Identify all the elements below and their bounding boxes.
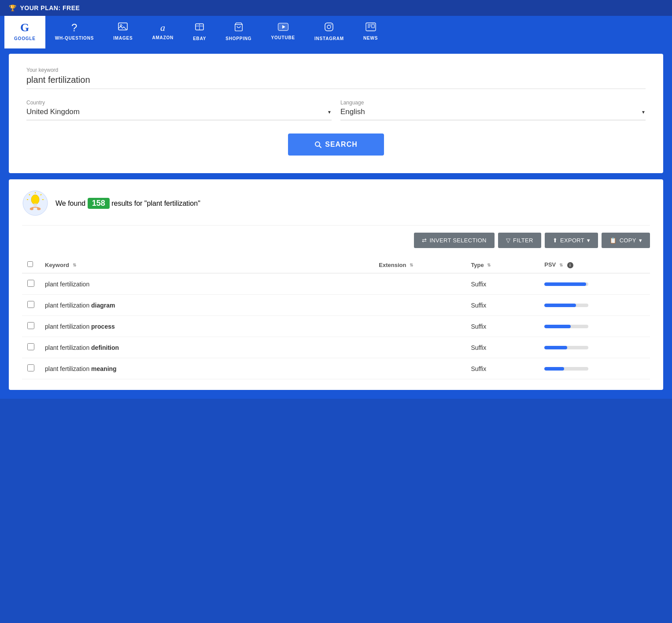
search-button-wrap: SEARCH bbox=[26, 134, 646, 156]
tab-instagram[interactable]: INSTAGRAM bbox=[305, 16, 354, 48]
tab-news[interactable]: NEWS bbox=[354, 16, 388, 48]
plan-bar: 🏆 YOUR PLAN: FREE bbox=[0, 0, 672, 16]
type-cell: Suffix bbox=[465, 295, 539, 316]
keyword-cell: plant fertilization meaning bbox=[40, 358, 373, 379]
filter-button[interactable]: ▽ FILTER bbox=[498, 233, 541, 248]
tab-youtube-label: YOUTUBE bbox=[271, 35, 295, 40]
table-header-row: Keyword ⇅ Extension ⇅ Type ⇅ PSV ⇅ i bbox=[22, 257, 650, 273]
type-sort-icon: ⇅ bbox=[487, 263, 492, 268]
copy-icon: 📋 bbox=[609, 237, 617, 244]
psv-col-label: PSV bbox=[544, 261, 556, 268]
select-all-checkbox[interactable] bbox=[27, 261, 33, 267]
keyword-input[interactable] bbox=[26, 75, 646, 89]
th-psv[interactable]: PSV ⇅ i bbox=[539, 257, 650, 273]
tab-images-label: IMAGES bbox=[113, 36, 133, 41]
results-header: We found 158 results for "plant fertiliz… bbox=[22, 190, 650, 216]
row-checkbox[interactable] bbox=[27, 343, 34, 350]
tab-images[interactable]: IMAGES bbox=[103, 16, 142, 48]
export-button[interactable]: ⬆ EXPORT ▾ bbox=[545, 233, 598, 248]
psv-bar-bg bbox=[544, 367, 588, 371]
invert-selection-button[interactable]: ⇄ INVERT SELECTION bbox=[414, 233, 495, 248]
psv-cell bbox=[539, 273, 650, 295]
tab-google[interactable]: G GOOGLE bbox=[4, 16, 45, 48]
row-checkbox[interactable] bbox=[27, 322, 34, 329]
tab-instagram-label: INSTAGRAM bbox=[314, 36, 344, 41]
keyword-label: Your keyword bbox=[26, 67, 646, 73]
row-checkbox[interactable] bbox=[27, 280, 34, 287]
svg-line-23 bbox=[41, 194, 41, 195]
search-card: Your keyword Country United Kingdom ▼ La… bbox=[9, 54, 663, 173]
svg-point-19 bbox=[37, 208, 41, 210]
svg-rect-7 bbox=[325, 23, 333, 31]
psv-cell bbox=[539, 316, 650, 337]
tab-amazon[interactable]: a AMAZON bbox=[142, 16, 183, 48]
psv-sort-icon: ⇅ bbox=[559, 263, 565, 268]
wh-questions-icon: ? bbox=[71, 22, 78, 33]
youtube-icon bbox=[278, 23, 288, 33]
th-extension[interactable]: Extension ⇅ bbox=[373, 257, 465, 273]
nav-tabs: G GOOGLE ? WH-QUESTIONS IMAGES a AMAZON … bbox=[0, 16, 672, 48]
svg-point-1 bbox=[120, 25, 122, 26]
psv-bar-bg bbox=[544, 282, 588, 286]
psv-bar-fill bbox=[544, 325, 571, 328]
search-icon bbox=[314, 141, 321, 148]
language-label: Language bbox=[340, 100, 646, 106]
country-selector[interactable]: United Kingdom ▼ bbox=[26, 108, 332, 120]
news-icon bbox=[366, 22, 376, 33]
th-type[interactable]: Type ⇅ bbox=[465, 257, 539, 273]
psv-info-icon[interactable]: i bbox=[567, 262, 573, 268]
main-content: Your keyword Country United Kingdom ▼ La… bbox=[0, 48, 672, 399]
psv-bar-bg bbox=[544, 325, 588, 328]
svg-point-8 bbox=[327, 25, 331, 29]
svg-line-16 bbox=[319, 146, 321, 148]
export-label: EXPORT bbox=[560, 237, 584, 244]
search-button[interactable]: SEARCH bbox=[288, 134, 384, 156]
invert-icon: ⇄ bbox=[422, 237, 427, 244]
svg-rect-21 bbox=[33, 204, 37, 206]
keyword-sort-icon: ⇅ bbox=[73, 263, 78, 268]
psv-bar-fill bbox=[544, 367, 564, 371]
instagram-icon bbox=[324, 22, 334, 33]
export-icon: ⬆ bbox=[553, 237, 558, 244]
keyword-cell: plant fertilization diagram bbox=[40, 295, 373, 316]
psv-bar-fill bbox=[544, 346, 567, 349]
results-badge: 158 bbox=[88, 198, 110, 209]
tab-amazon-label: AMAZON bbox=[152, 35, 174, 40]
filter-icon: ▽ bbox=[506, 237, 510, 244]
th-keyword[interactable]: Keyword ⇅ bbox=[40, 257, 373, 273]
extension-col-label: Extension bbox=[379, 262, 406, 268]
results-icon bbox=[22, 190, 48, 216]
extension-cell bbox=[373, 337, 465, 358]
psv-bar-bg bbox=[544, 346, 588, 349]
extension-cell bbox=[373, 273, 465, 295]
amazon-icon: a bbox=[160, 23, 166, 33]
row-checkbox[interactable] bbox=[27, 301, 34, 308]
tab-youtube[interactable]: YOUTUBE bbox=[261, 16, 305, 48]
copy-button[interactable]: 📋 COPY ▾ bbox=[602, 233, 650, 248]
selectors-row: Country United Kingdom ▼ Language Englis… bbox=[26, 100, 646, 120]
extension-cell bbox=[373, 316, 465, 337]
extension-sort-icon: ⇅ bbox=[410, 263, 415, 268]
ebay-icon bbox=[195, 22, 204, 33]
found-text: We found bbox=[55, 200, 85, 207]
tab-ebay[interactable]: EBAY bbox=[183, 16, 216, 48]
psv-bar-bg bbox=[544, 304, 588, 307]
language-selector[interactable]: English ▼ bbox=[340, 108, 646, 120]
tab-google-label: GOOGLE bbox=[14, 36, 36, 41]
th-checkbox bbox=[22, 257, 40, 273]
search-button-label: SEARCH bbox=[325, 141, 358, 148]
svg-line-24 bbox=[29, 194, 30, 195]
plan-text: YOUR PLAN: FREE bbox=[20, 4, 80, 11]
table-row: plant fertilization processSuffix bbox=[22, 316, 650, 337]
results-table: Keyword ⇅ Extension ⇅ Type ⇅ PSV ⇅ i bbox=[22, 257, 650, 379]
row-checkbox[interactable] bbox=[27, 364, 34, 371]
table-row: plant fertilizationSuffix bbox=[22, 273, 650, 295]
svg-point-18 bbox=[30, 208, 33, 210]
type-cell: Suffix bbox=[465, 273, 539, 295]
keyword-cell: plant fertilization bbox=[40, 273, 373, 295]
country-selector-group: Country United Kingdom ▼ bbox=[26, 100, 332, 120]
query-text: results for "plant fertilization" bbox=[111, 200, 200, 207]
tab-wh-questions[interactable]: ? WH-QUESTIONS bbox=[45, 16, 104, 48]
tab-ebay-label: EBAY bbox=[193, 36, 206, 41]
tab-shopping[interactable]: SHOPPING bbox=[216, 16, 261, 48]
